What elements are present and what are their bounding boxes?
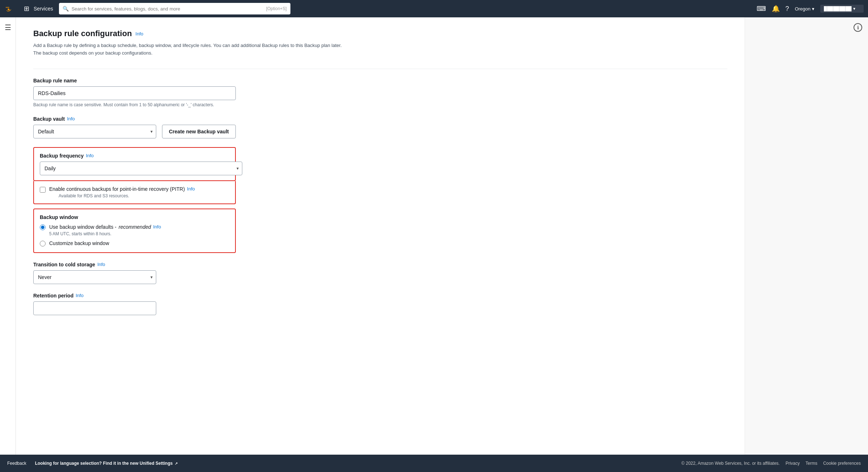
search-bar[interactable]: 🔍 [Option+S] <box>59 3 290 14</box>
rule-name-label: Backup rule name <box>33 78 727 83</box>
grid-icon[interactable]: ⊞ <box>22 3 31 14</box>
pitr-hint: Available for RDS and S3 resources. <box>59 193 195 198</box>
external-link-icon: ↗ <box>175 462 178 465</box>
vault-label: Backup vault Info <box>33 116 727 122</box>
divider-1 <box>33 69 727 69</box>
bell-icon[interactable]: 🔔 <box>772 5 780 13</box>
frequency-select-wrapper: Daily Weekly Monthly Custom ▾ <box>40 162 242 175</box>
retention-field: Retention period Info <box>33 293 727 315</box>
unified-settings-link[interactable]: Unified Settings ↗ <box>140 461 178 466</box>
rule-name-input[interactable] <box>33 86 236 100</box>
account-selector[interactable]: █████████ ▾ <box>820 5 864 13</box>
window-custom-radio[interactable] <box>40 241 46 246</box>
frequency-select[interactable]: Daily Weekly Monthly Custom <box>40 162 242 175</box>
window-radio-group: Use backup window defaults - recommended… <box>40 224 229 247</box>
retention-info-link[interactable]: Info <box>76 293 84 298</box>
page-title: Backup rule configuration Info <box>33 29 727 38</box>
aws-logo[interactable]: aws <box>4 4 18 14</box>
region-label: Oregon <box>795 6 810 12</box>
frequency-section: Backup frequency Info Daily Weekly Month… <box>33 147 236 181</box>
region-selector[interactable]: Oregon ▾ <box>795 6 814 12</box>
main-layout: ☰ Backup rule configuration Info Add a B… <box>0 17 868 455</box>
page-description: Add a Backup rule by defining a backup s… <box>33 42 344 57</box>
nav-icons: ⌨ 🔔 ? Oregon ▾ █████████ ▾ <box>757 5 864 13</box>
search-shortcut: [Option+S] <box>266 6 287 11</box>
vault-field: Backup vault Info Default ▾ Create new B… <box>33 116 727 138</box>
page-title-text: Backup rule configuration <box>33 29 132 38</box>
retention-label: Retention period Info <box>33 293 727 299</box>
cold-storage-info-link[interactable]: Info <box>97 262 105 267</box>
feedback-link[interactable]: Feedback <box>7 461 26 466</box>
account-chevron-icon: ▾ <box>853 6 855 11</box>
pitr-section: Enable continuous backups for point-in-t… <box>33 181 236 204</box>
top-navigation: aws ⊞ Services 🔍 [Option+S] ⌨ 🔔 ? Oregon… <box>0 0 868 17</box>
cold-storage-select-wrapper: Never Days Weeks Months Years ▾ <box>33 270 156 284</box>
hamburger-icon[interactable]: ☰ <box>5 23 11 32</box>
footer-cookies-link[interactable]: Cookie preferences <box>823 461 861 466</box>
page-info-link[interactable]: Info <box>136 31 144 37</box>
retention-input[interactable] <box>33 301 156 315</box>
pitr-checkbox[interactable] <box>40 187 46 193</box>
sidebar-toggle: ☰ <box>0 17 16 455</box>
vault-info-link[interactable]: Info <box>67 116 75 121</box>
pitr-checkbox-row: Enable continuous backups for point-in-t… <box>40 186 229 198</box>
window-default-radio[interactable] <box>40 224 46 230</box>
footer-lang-message: Looking for language selection? Find it … <box>35 461 673 466</box>
svg-text:aws: aws <box>6 6 9 8</box>
footer: Feedback Looking for language selection?… <box>0 455 868 472</box>
account-label: █████████ <box>824 6 852 11</box>
services-link[interactable]: Services <box>34 6 53 12</box>
vault-select[interactable]: Default <box>33 125 156 138</box>
cold-storage-select[interactable]: Never Days Weeks Months Years <box>33 270 156 284</box>
search-input[interactable] <box>72 6 263 12</box>
cold-storage-field: Transition to cold storage Info Never Da… <box>33 262 727 284</box>
info-corner-icon[interactable]: ℹ <box>854 23 862 32</box>
window-default-radio-row: Use backup window defaults - recommended… <box>40 224 229 237</box>
pitr-info-link[interactable]: Info <box>187 186 195 192</box>
window-section: Backup window Use backup window defaults… <box>33 209 236 253</box>
right-panel: ℹ <box>745 17 868 455</box>
content-area: Backup rule configuration Info Add a Bac… <box>16 17 745 455</box>
vault-select-wrapper: Default ▾ <box>33 125 156 138</box>
help-icon[interactable]: ? <box>786 5 789 13</box>
window-default-hint: 5 AM UTC, starts within 8 hours. <box>49 231 161 236</box>
footer-terms-link[interactable]: Terms <box>805 461 817 466</box>
create-vault-button[interactable]: Create new Backup vault <box>162 125 236 138</box>
window-custom-radio-row: Customize backup window <box>40 240 229 247</box>
frequency-label: Backup frequency Info <box>40 153 229 159</box>
window-default-label: Use backup window defaults - recommended… <box>49 224 161 231</box>
window-label: Backup window <box>40 214 229 220</box>
cold-storage-label: Transition to cold storage Info <box>33 262 727 267</box>
region-chevron-icon: ▾ <box>812 6 814 12</box>
footer-copyright: © 2022, Amazon Web Services, Inc. or its… <box>681 461 780 466</box>
window-custom-label: Customize backup window <box>49 240 109 247</box>
search-icon: 🔍 <box>63 6 69 12</box>
vault-row: Default ▾ Create new Backup vault <box>33 125 727 138</box>
rule-name-field: Backup rule name Backup rule name is cas… <box>33 78 727 107</box>
terminal-icon[interactable]: ⌨ <box>757 5 766 13</box>
rule-name-hint: Backup rule name is case sensitive. Must… <box>33 102 727 107</box>
window-default-info-link[interactable]: Info <box>153 224 161 230</box>
footer-privacy-link[interactable]: Privacy <box>786 461 800 466</box>
footer-right: © 2022, Amazon Web Services, Inc. or its… <box>681 461 861 466</box>
pitr-label: Enable continuous backups for point-in-t… <box>49 186 195 192</box>
frequency-info-link[interactable]: Info <box>86 153 94 158</box>
